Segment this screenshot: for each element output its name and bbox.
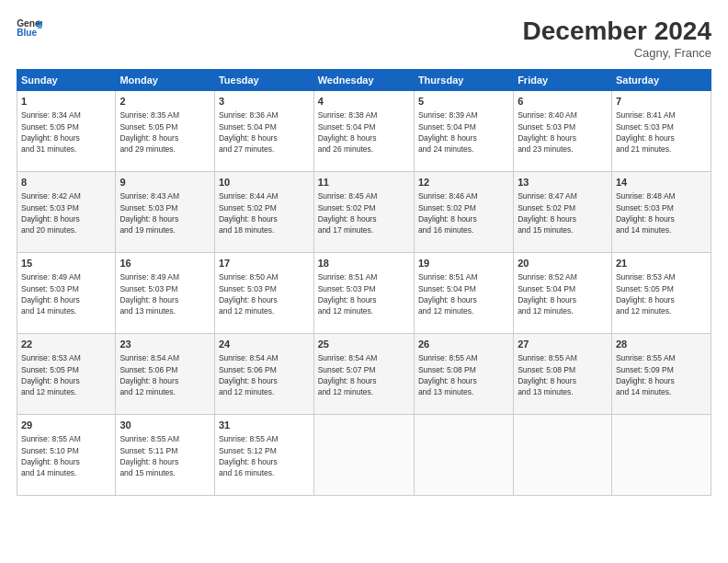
table-row: 25Sunrise: 8:54 AMSunset: 5:07 PMDayligh… <box>313 334 414 415</box>
title-block: December 2024 Cagny, France <box>523 17 711 60</box>
header-wednesday: Wednesday <box>313 70 414 91</box>
day-info: Sunrise: 8:55 AMSunset: 5:10 PMDaylight:… <box>21 433 111 478</box>
month-title: December 2024 <box>523 17 711 46</box>
table-row: 29Sunrise: 8:55 AMSunset: 5:10 PMDayligh… <box>17 415 116 496</box>
table-row: 13Sunrise: 8:47 AMSunset: 5:02 PMDayligh… <box>514 172 612 253</box>
day-number: 10 <box>219 176 310 190</box>
logo: General Blue <box>17 17 42 39</box>
table-row: 5Sunrise: 8:39 AMSunset: 5:04 PMDaylight… <box>414 91 513 172</box>
header-thursday: Thursday <box>414 70 513 91</box>
table-row: 11Sunrise: 8:45 AMSunset: 5:02 PMDayligh… <box>313 172 414 253</box>
table-row: 14Sunrise: 8:48 AMSunset: 5:03 PMDayligh… <box>611 172 711 253</box>
table-row: 18Sunrise: 8:51 AMSunset: 5:03 PMDayligh… <box>313 253 414 334</box>
table-row: 30Sunrise: 8:55 AMSunset: 5:11 PMDayligh… <box>116 415 215 496</box>
table-row: 16Sunrise: 8:49 AMSunset: 5:03 PMDayligh… <box>116 253 215 334</box>
day-number: 4 <box>318 95 410 109</box>
day-info: Sunrise: 8:55 AMSunset: 5:09 PMDaylight:… <box>616 352 707 397</box>
header-sunday: Sunday <box>17 70 116 91</box>
day-info: Sunrise: 8:54 AMSunset: 5:07 PMDaylight:… <box>318 352 410 397</box>
header-saturday: Saturday <box>611 70 711 91</box>
table-row: 28Sunrise: 8:55 AMSunset: 5:09 PMDayligh… <box>611 334 711 415</box>
logo-icon: General Blue <box>17 17 42 39</box>
day-number: 6 <box>518 95 608 109</box>
day-number: 27 <box>518 338 608 351</box>
day-info: Sunrise: 8:47 AMSunset: 5:02 PMDaylight:… <box>518 190 608 236</box>
table-row <box>611 415 711 496</box>
calendar-week-row: 29Sunrise: 8:55 AMSunset: 5:10 PMDayligh… <box>17 415 711 496</box>
day-number: 8 <box>21 176 111 190</box>
day-number: 2 <box>119 95 210 109</box>
table-row: 8Sunrise: 8:42 AMSunset: 5:03 PMDaylight… <box>17 172 116 253</box>
day-number: 3 <box>219 95 310 109</box>
table-row: 19Sunrise: 8:51 AMSunset: 5:04 PMDayligh… <box>414 253 513 334</box>
table-row: 20Sunrise: 8:52 AMSunset: 5:04 PMDayligh… <box>514 253 612 334</box>
day-number: 21 <box>616 257 707 270</box>
day-info: Sunrise: 8:51 AMSunset: 5:04 PMDaylight:… <box>418 271 509 316</box>
day-info: Sunrise: 8:45 AMSunset: 5:02 PMDaylight:… <box>318 190 410 236</box>
day-number: 1 <box>21 95 111 109</box>
day-number: 14 <box>616 176 707 190</box>
table-row <box>313 415 414 496</box>
header-friday: Friday <box>514 70 612 91</box>
table-row: 7Sunrise: 8:41 AMSunset: 5:03 PMDaylight… <box>611 91 711 172</box>
day-number: 18 <box>318 257 410 270</box>
calendar-week-row: 8Sunrise: 8:42 AMSunset: 5:03 PMDaylight… <box>17 172 711 253</box>
svg-text:Blue: Blue <box>17 28 37 38</box>
table-row: 10Sunrise: 8:44 AMSunset: 5:02 PMDayligh… <box>214 172 313 253</box>
day-number: 15 <box>21 257 111 270</box>
table-row <box>514 415 612 496</box>
day-info: Sunrise: 8:51 AMSunset: 5:03 PMDaylight:… <box>318 271 410 316</box>
day-info: Sunrise: 8:55 AMSunset: 5:11 PMDaylight:… <box>119 433 210 478</box>
table-row: 31Sunrise: 8:55 AMSunset: 5:12 PMDayligh… <box>214 415 313 496</box>
table-row: 22Sunrise: 8:53 AMSunset: 5:05 PMDayligh… <box>17 334 116 415</box>
day-info: Sunrise: 8:34 AMSunset: 5:05 PMDaylight:… <box>21 109 111 155</box>
day-number: 11 <box>318 176 410 190</box>
page: General Blue December 2024 Cagny, France… <box>0 0 728 563</box>
day-info: Sunrise: 8:52 AMSunset: 5:04 PMDaylight:… <box>518 271 608 316</box>
day-info: Sunrise: 8:55 AMSunset: 5:08 PMDaylight:… <box>418 352 509 397</box>
day-info: Sunrise: 8:50 AMSunset: 5:03 PMDaylight:… <box>219 271 310 316</box>
table-row: 12Sunrise: 8:46 AMSunset: 5:02 PMDayligh… <box>414 172 513 253</box>
day-number: 26 <box>418 338 509 351</box>
table-row: 9Sunrise: 8:43 AMSunset: 5:03 PMDaylight… <box>116 172 215 253</box>
table-row: 26Sunrise: 8:55 AMSunset: 5:08 PMDayligh… <box>414 334 513 415</box>
day-info: Sunrise: 8:49 AMSunset: 5:03 PMDaylight:… <box>119 271 210 316</box>
table-row: 4Sunrise: 8:38 AMSunset: 5:04 PMDaylight… <box>313 91 414 172</box>
table-row: 24Sunrise: 8:54 AMSunset: 5:06 PMDayligh… <box>214 334 313 415</box>
table-row: 3Sunrise: 8:36 AMSunset: 5:04 PMDaylight… <box>214 91 313 172</box>
day-number: 25 <box>318 338 410 351</box>
location: Cagny, France <box>523 46 711 60</box>
table-row: 23Sunrise: 8:54 AMSunset: 5:06 PMDayligh… <box>116 334 215 415</box>
table-row: 2Sunrise: 8:35 AMSunset: 5:05 PMDaylight… <box>116 91 215 172</box>
day-info: Sunrise: 8:35 AMSunset: 5:05 PMDaylight:… <box>119 109 210 155</box>
day-number: 17 <box>219 257 310 270</box>
table-row: 17Sunrise: 8:50 AMSunset: 5:03 PMDayligh… <box>214 253 313 334</box>
day-number: 9 <box>119 176 210 190</box>
day-info: Sunrise: 8:43 AMSunset: 5:03 PMDaylight:… <box>119 190 210 236</box>
day-number: 12 <box>418 176 509 190</box>
day-info: Sunrise: 8:55 AMSunset: 5:12 PMDaylight:… <box>219 433 310 478</box>
day-info: Sunrise: 8:39 AMSunset: 5:04 PMDaylight:… <box>418 109 509 155</box>
header-monday: Monday <box>116 70 215 91</box>
table-row: 15Sunrise: 8:49 AMSunset: 5:03 PMDayligh… <box>17 253 116 334</box>
table-row: 21Sunrise: 8:53 AMSunset: 5:05 PMDayligh… <box>611 253 711 334</box>
day-number: 22 <box>21 338 111 351</box>
calendar-week-row: 22Sunrise: 8:53 AMSunset: 5:05 PMDayligh… <box>17 334 711 415</box>
day-number: 23 <box>119 338 210 351</box>
day-info: Sunrise: 8:44 AMSunset: 5:02 PMDaylight:… <box>219 190 310 236</box>
day-info: Sunrise: 8:49 AMSunset: 5:03 PMDaylight:… <box>21 271 111 316</box>
day-number: 7 <box>616 95 707 109</box>
header-tuesday: Tuesday <box>214 70 313 91</box>
table-row: 27Sunrise: 8:55 AMSunset: 5:08 PMDayligh… <box>514 334 612 415</box>
calendar: Sunday Monday Tuesday Wednesday Thursday… <box>17 69 711 496</box>
day-info: Sunrise: 8:46 AMSunset: 5:02 PMDaylight:… <box>418 190 509 236</box>
day-info: Sunrise: 8:36 AMSunset: 5:04 PMDaylight:… <box>219 109 310 155</box>
day-number: 5 <box>418 95 509 109</box>
day-number: 16 <box>119 257 210 270</box>
calendar-week-row: 1Sunrise: 8:34 AMSunset: 5:05 PMDaylight… <box>17 91 711 172</box>
day-info: Sunrise: 8:53 AMSunset: 5:05 PMDaylight:… <box>21 352 111 397</box>
day-number: 19 <box>418 257 509 270</box>
day-info: Sunrise: 8:41 AMSunset: 5:03 PMDaylight:… <box>616 109 707 155</box>
day-number: 28 <box>616 338 707 351</box>
table-row: 1Sunrise: 8:34 AMSunset: 5:05 PMDaylight… <box>17 91 116 172</box>
